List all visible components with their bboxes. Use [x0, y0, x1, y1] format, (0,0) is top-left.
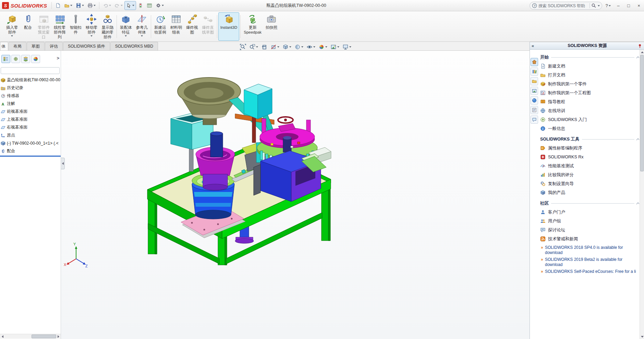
task-item-compare-score[interactable]: 比较我的评分 [540, 170, 639, 179]
move-component-button[interactable]: 移动零 部件 [84, 12, 100, 41]
panel-splitter-handle[interactable] [61, 158, 65, 169]
close-button[interactable]: × [634, 0, 644, 11]
task-item-first-drawing[interactable]: 制作我的第一个工程图 [540, 88, 639, 97]
scrollbar-track[interactable] [5, 334, 56, 339]
chevron-up-icon[interactable] [636, 202, 639, 206]
task-pane-scrollbar[interactable] [640, 50, 644, 339]
rollback-bar[interactable] [0, 156, 61, 157]
previous-view-button[interactable] [261, 44, 267, 50]
scroll-right-button[interactable] [56, 334, 61, 339]
exploded-view-button[interactable]: 爆炸视 图 [184, 12, 200, 41]
feature-manager-tree-tab[interactable] [1, 55, 10, 63]
scrollbar-thumb[interactable] [640, 55, 644, 171]
search-input[interactable] [538, 3, 588, 8]
task-item-benchmark[interactable]: 性能基准测试 [540, 161, 639, 170]
tab-layout[interactable]: 布局 [9, 42, 26, 50]
task-item-general-info[interactable]: i 一般信息 [540, 124, 639, 133]
component-preview-window-button[interactable]: 零部件 预览窗 口 [36, 12, 52, 41]
insert-components-button[interactable]: 插入零 部件 [4, 12, 20, 41]
search-box[interactable]: ? [530, 2, 602, 10]
bill-of-materials-button[interactable]: 材料明 细表 [168, 12, 184, 41]
scroll-left-button[interactable] [0, 334, 5, 339]
edit-appearance-button[interactable] [318, 44, 327, 50]
tree-item-origin[interactable]: 原点 [0, 131, 61, 139]
reference-geometry-button[interactable]: 参考几 何体 [134, 12, 150, 41]
task-item-tech-alerts-news[interactable]: 技术警戒和新闻 [540, 234, 639, 243]
task-item-my-products[interactable]: 我的产品 [540, 188, 639, 197]
news-link-2018-sp4[interactable]: » SOLIDWORKS 2018 SP4.0 is available for… [540, 245, 639, 255]
section-header-start[interactable]: 开始 [540, 55, 639, 60]
design-library-tab[interactable] [531, 68, 538, 76]
news-link-ecourses[interactable]: » SOLIDWORKS Self-Paced eCourses: Free f… [540, 269, 639, 274]
task-item-new-document[interactable]: 新建文档 [540, 62, 639, 71]
task-item-online-training[interactable]: 在线培训 [540, 106, 639, 115]
select-tool-button[interactable] [124, 1, 136, 10]
smart-fasteners-button[interactable]: 智能扣 件 [68, 12, 84, 41]
dropdown-arrow-icon[interactable] [598, 5, 600, 7]
instant3d-button[interactable]: Instant3D [218, 12, 239, 41]
print-button[interactable] [86, 1, 97, 10]
file-explorer-tab[interactable] [531, 77, 538, 85]
section-view-button[interactable] [270, 44, 279, 50]
open-button[interactable] [62, 1, 74, 10]
help-button[interactable]: ? [603, 0, 613, 11]
task-item-first-part[interactable]: 制作我的第一个零件 [540, 80, 639, 88]
undo-button[interactable] [101, 1, 113, 10]
task-item-user-groups[interactable]: 用户组 [540, 217, 639, 226]
configuration-manager-tab[interactable] [21, 55, 30, 63]
rebuild-button[interactable] [136, 1, 145, 10]
tree-horizontal-scrollbar[interactable] [0, 334, 61, 339]
task-item-property-tab-builder[interactable]: 属性标签编制程序 [540, 144, 639, 153]
task-item-tutorials[interactable]: 指导教程 [540, 97, 639, 106]
take-snapshot-button[interactable]: 拍快照 [264, 12, 280, 41]
news-link-2019-beta2[interactable]: » SOLIDWORKS 2019 Beta2 is available for… [540, 257, 639, 267]
tab-evaluate[interactable]: 评估 [45, 42, 63, 50]
task-item-getting-started[interactable]: SOLIDWORKS 入门 [540, 115, 639, 124]
task-item-customer-portal[interactable]: 客户门户 [540, 208, 639, 217]
new-document-button[interactable] [53, 1, 62, 10]
tree-item-mates[interactable]: 配合 [0, 147, 61, 155]
task-item-discussion-forum[interactable]: 探讨论坛 [540, 226, 639, 234]
display-style-button[interactable] [294, 44, 303, 50]
tab-solidworks-mbd[interactable]: SOLIDWORKS MBD [110, 42, 158, 50]
section-header-community[interactable]: 社区 [540, 201, 639, 206]
property-manager-tab[interactable] [11, 55, 20, 63]
zoom-to-area-button[interactable] [249, 44, 258, 50]
show-hidden-components-button[interactable]: 显示隐 藏的零 部件 [100, 12, 116, 41]
maximize-button[interactable]: □ [623, 0, 634, 11]
panel-expand-chevron[interactable]: > [57, 56, 59, 61]
tree-item-front-plane[interactable]: 前视基准面 [0, 108, 61, 116]
tree-item-history[interactable]: 历史记录 [0, 84, 61, 92]
pin-icon[interactable] [637, 44, 642, 48]
chevron-up-icon[interactable] [636, 56, 639, 60]
apply-scene-button[interactable] [330, 44, 339, 50]
view-orientation-button[interactable] [282, 44, 291, 50]
tree-item-top-plane[interactable]: 上视基准面 [0, 116, 61, 123]
tree-item-component[interactable]: (-) TW-0902-00-00_1<1> (.< [0, 139, 61, 147]
solidworks-resources-tab[interactable] [531, 58, 538, 66]
assembly-features-button[interactable]: 装配体 特征 [118, 12, 134, 41]
view-settings-button[interactable] [342, 44, 351, 50]
tab-sketch[interactable]: 草图 [27, 42, 45, 50]
assembly-model[interactable]: Y X Z [61, 51, 530, 339]
solidworks-forum-tab[interactable] [531, 116, 538, 124]
tree-filter-box[interactable] [1, 67, 60, 74]
tab-solidworks-addins[interactable]: SOLIDWORKS 插件 [63, 42, 110, 50]
section-header-tools[interactable]: SOLIDWORKS 工具 [540, 136, 639, 142]
file-properties-button[interactable] [145, 1, 154, 10]
minimize-button[interactable]: – [613, 0, 623, 11]
task-item-open-document[interactable]: 打开文档 [540, 71, 639, 80]
scroll-up-button[interactable] [640, 50, 644, 55]
task-item-copy-settings[interactable]: 复制设置向导 [540, 179, 639, 188]
mate-button[interactable]: 配合 [20, 12, 36, 41]
linear-component-pattern-button[interactable]: 线性零 部件阵 列 [52, 12, 68, 41]
scroll-down-button[interactable] [640, 334, 644, 339]
scrollbar-thumb[interactable] [32, 335, 56, 338]
task-item-solidworks-rx[interactable]: SOLIDWORKS Rx [540, 153, 639, 161]
collapse-pane-button[interactable]: « [532, 43, 537, 48]
new-motion-study-button[interactable]: 新建运 动算例 [152, 12, 168, 41]
custom-properties-tab[interactable] [531, 106, 538, 114]
save-button[interactable] [74, 1, 86, 10]
tree-item-assembly-root[interactable]: 盖凸轮组装机TW-0902-00-00 [0, 76, 61, 84]
chevron-up-icon[interactable] [636, 138, 639, 142]
